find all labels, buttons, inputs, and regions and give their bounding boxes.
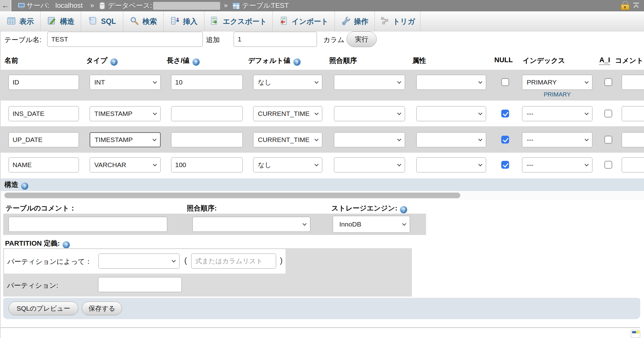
console-window-icon[interactable] (631, 330, 640, 338)
back-arrow-button[interactable]: ← (0, 0, 11, 11)
table-collation-select[interactable] (192, 217, 310, 232)
tab-triggers[interactable]: トリガ (375, 11, 420, 31)
table-icon (232, 2, 240, 11)
column-default-select[interactable]: なし (253, 75, 322, 90)
database-icon (99, 2, 105, 11)
column-comment-input[interactable] (622, 157, 644, 172)
column-index-select[interactable]: --- (522, 157, 592, 172)
table-tabs: 表示 構造 SQL (0, 11, 644, 31)
chevron-down-icon (314, 80, 319, 84)
column-name-input[interactable] (8, 157, 79, 172)
auto-increment-checkbox[interactable] (604, 110, 612, 117)
save-button[interactable]: 保存する (82, 302, 122, 315)
preview-sql-button[interactable]: SQLのプレビュー (8, 302, 78, 315)
column-collation-select[interactable] (334, 75, 405, 90)
content-left-border (0, 31, 1, 338)
tab-import[interactable]: インポート (273, 11, 335, 31)
column-default-select[interactable]: CURRENT_TIME (253, 132, 322, 147)
storage-engine-select[interactable]: InnoDB (333, 216, 410, 233)
auto-increment-checkbox[interactable] (604, 78, 612, 86)
table-label: テーブル: (242, 0, 272, 11)
column-row-up-date: TIMESTAMP CURRENT_TIME --- (0, 126, 644, 153)
tab-structure[interactable]: 構造 (41, 11, 81, 31)
table-collation-label: 照合順序: (187, 204, 217, 213)
header-null: NULL (494, 56, 513, 64)
open-paren: ( (184, 256, 187, 265)
chevron-down-icon (585, 162, 589, 166)
column-length-input[interactable] (171, 157, 243, 172)
table-value-link[interactable]: TEST (271, 0, 289, 11)
table-name-input[interactable] (47, 32, 203, 47)
column-collation-select[interactable] (334, 106, 405, 121)
column-type-select[interactable]: INT (90, 75, 161, 90)
primary-index-note: PRIMARY (522, 91, 592, 98)
column-index-select[interactable]: PRIMARY (522, 75, 592, 90)
header-type: タイプ? (86, 56, 118, 66)
column-length-input[interactable] (171, 75, 243, 90)
column-comment-input[interactable] (622, 106, 644, 121)
chevron-down-icon (585, 137, 589, 141)
help-icon[interactable]: ? (192, 58, 200, 66)
chevron-down-icon (478, 162, 482, 166)
null-checkbox[interactable] (501, 110, 509, 117)
close-paren: ) (280, 256, 283, 265)
null-checkbox[interactable] (501, 161, 509, 169)
column-length-input[interactable] (171, 132, 243, 147)
horizontal-scrollbar-track (0, 191, 644, 200)
tab-export[interactable]: エクスポート (204, 11, 273, 31)
column-index-select[interactable]: --- (522, 106, 592, 121)
chevron-down-icon (478, 111, 482, 115)
null-checkbox[interactable] (501, 136, 509, 144)
column-comment-input[interactable] (622, 132, 644, 147)
table-name-label: テーブル名: (4, 35, 42, 45)
tab-operations[interactable]: 操作 (335, 11, 375, 31)
column-name-input[interactable] (8, 75, 79, 90)
insert-icon (170, 16, 180, 27)
tab-sql[interactable]: SQL (81, 11, 123, 31)
chevron-down-icon (397, 137, 401, 141)
column-default-select[interactable]: なし (253, 157, 322, 172)
column-collation-select[interactable] (334, 132, 405, 147)
server-value-link[interactable]: localhost (55, 0, 83, 11)
column-attributes-select[interactable] (416, 106, 486, 121)
column-index-select[interactable]: --- (522, 132, 592, 147)
lock-icon[interactable] (621, 4, 630, 10)
add-label: 追加 (206, 35, 220, 45)
partition-expression-input[interactable] (191, 254, 276, 269)
help-icon[interactable]: ? (110, 58, 118, 66)
tab-insert[interactable]: 挿入 (164, 11, 204, 31)
collapse-top-icon[interactable] (631, 2, 641, 11)
column-attributes-select[interactable] (416, 75, 486, 90)
column-length-input[interactable] (171, 106, 243, 121)
help-icon[interactable]: ? (400, 206, 407, 213)
column-name-input[interactable] (8, 106, 79, 121)
go-button[interactable]: 実行 (347, 31, 377, 47)
auto-increment-checkbox[interactable] (604, 161, 612, 169)
tab-browse[interactable]: 表示 (0, 11, 41, 31)
columns-label: カラム (323, 35, 345, 45)
column-type-select[interactable]: TIMESTAMP (90, 132, 161, 147)
column-type-select[interactable]: VARCHAR (90, 157, 161, 172)
chevron-down-icon (153, 137, 157, 141)
horizontal-scrollbar-thumb[interactable] (4, 193, 460, 198)
partition-by-select[interactable] (98, 254, 180, 269)
auto-increment-checkbox[interactable] (604, 136, 612, 144)
null-checkbox[interactable] (501, 78, 509, 86)
partition-by-label: パーティションによって： (7, 257, 92, 266)
partitions-count-input[interactable] (98, 277, 182, 292)
help-icon[interactable]: ? (63, 241, 70, 248)
database-name-redacted[interactable] (153, 2, 220, 10)
column-type-select[interactable]: TIMESTAMP (90, 106, 161, 121)
header-length: 長さ/値? (167, 56, 200, 66)
column-attributes-select[interactable] (416, 157, 486, 172)
help-icon[interactable]: ? (21, 183, 28, 190)
help-icon[interactable]: ? (293, 58, 301, 66)
add-columns-count-input[interactable] (234, 32, 317, 47)
column-attributes-select[interactable] (416, 132, 486, 147)
column-comment-input[interactable] (622, 75, 644, 90)
table-comment-input[interactable] (8, 217, 167, 232)
column-collation-select[interactable] (334, 157, 405, 172)
column-default-select[interactable]: CURRENT_TIME (253, 106, 322, 121)
tab-search[interactable]: 検索 (123, 11, 164, 31)
column-name-input[interactable] (8, 132, 79, 147)
